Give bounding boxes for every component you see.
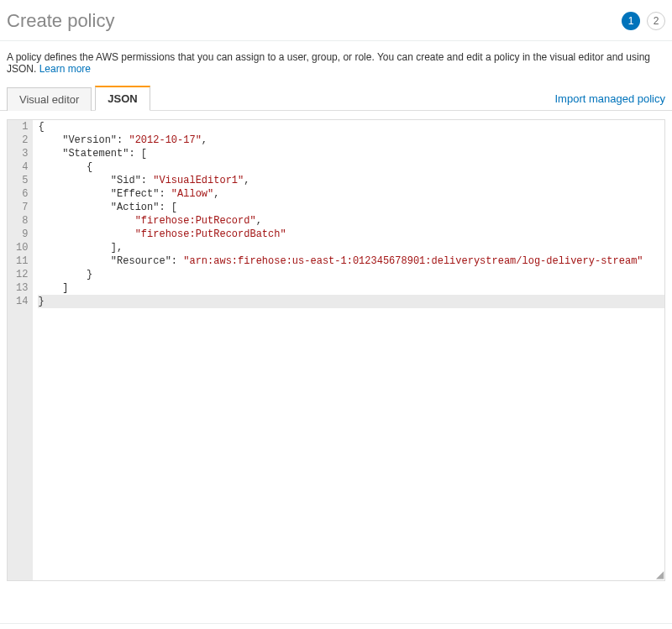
line-number: 3 [16,147,28,160]
code-line[interactable]: "Version": "2012-10-17", [38,134,664,147]
code-line[interactable]: "Resource": "arn:aws:firehose:us-east-1:… [38,254,664,268]
line-number-gutter: 1234567891011121314 [8,120,33,580]
line-number: 4 [16,160,28,174]
editor-tabs: Visual editor JSON Import managed policy [0,85,672,111]
code-line[interactable]: } [38,295,664,308]
code-line[interactable]: "Action": [ [38,201,664,214]
line-number: 1 [16,120,28,134]
resize-handle-icon[interactable]: ◢ [654,569,664,579]
tab-json[interactable]: JSON [95,86,150,111]
step-2[interactable]: 2 [647,12,665,30]
page-header: Create policy 1 2 [0,0,672,41]
line-number: 6 [16,187,28,201]
code-content[interactable]: { "Version": "2012-10-17", "Statement": … [33,120,664,580]
code-line[interactable]: "Effect": "Allow", [38,187,664,201]
line-number: 7 [16,201,28,214]
code-line[interactable]: ], [38,241,664,254]
step-1[interactable]: 1 [622,12,640,30]
page-title: Create policy [7,10,114,32]
code-line[interactable]: } [38,268,664,281]
tab-visual-editor[interactable]: Visual editor [7,87,92,111]
description-text: A policy defines the AWS permissions tha… [7,51,650,75]
code-line[interactable]: "Statement": [ [38,147,664,160]
code-line[interactable]: { [38,120,664,134]
line-number: 14 [16,295,28,308]
policy-description: A policy defines the AWS permissions tha… [0,41,672,85]
code-line[interactable]: ] [38,281,664,295]
line-number: 11 [16,254,28,268]
json-editor[interactable]: 1234567891011121314 { "Version": "2012-1… [7,119,665,581]
line-number: 12 [16,268,28,281]
import-managed-policy-link[interactable]: Import managed policy [554,92,665,110]
wizard-steps: 1 2 [622,12,665,30]
footer-actions: Cancel Review policy [0,623,672,629]
code-line[interactable]: "Sid": "VisualEditor1", [38,174,664,187]
code-editor-body[interactable]: 1234567891011121314 { "Version": "2012-1… [8,120,664,580]
learn-more-link[interactable]: Learn more [39,63,91,75]
line-number: 8 [16,214,28,228]
line-number: 9 [16,228,28,241]
code-line[interactable]: "firehose:PutRecordBatch" [38,228,664,241]
code-line[interactable]: "firehose:PutRecord", [38,214,664,228]
code-line[interactable]: { [38,160,664,174]
line-number: 5 [16,174,28,187]
line-number: 13 [16,281,28,295]
line-number: 2 [16,134,28,147]
line-number: 10 [16,241,28,254]
